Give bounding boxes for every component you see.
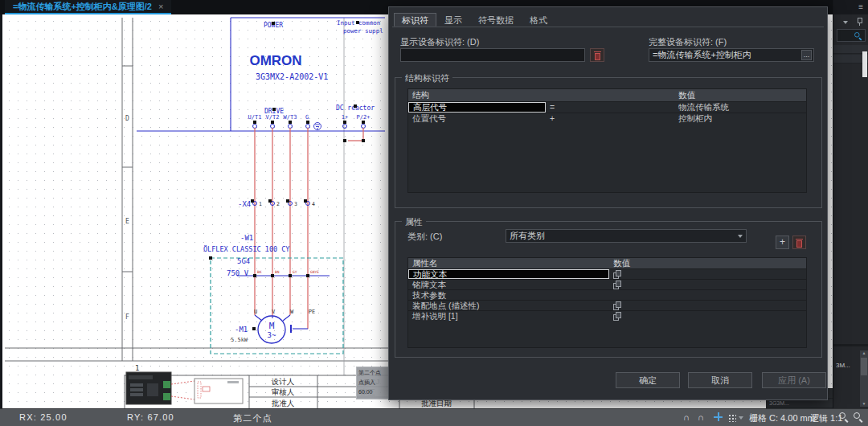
grid-dropdown-icon[interactable] <box>739 416 743 420</box>
zoom-out-icon[interactable] <box>854 412 862 421</box>
panel-list-scrollbar[interactable]: ▲ ▼ <box>860 350 868 407</box>
ground-symbol-icon <box>314 123 321 130</box>
cell-technical-params[interactable]: 技术参数 <box>408 290 609 300</box>
category-dropdown[interactable]: 所有类别 <box>506 229 747 243</box>
scroll-up-icon[interactable]: ▲ <box>860 350 868 356</box>
properties-dialog: 标识符 显示 符号数据 格式 显示设备标识符: (D) 完整设备标识符: (F)… <box>388 6 828 400</box>
panel-collapse-icon[interactable] <box>843 21 848 24</box>
full-dt-input[interactable]: =物流传输系统+控制柜内 ... <box>649 48 814 62</box>
cell-supplementary-field[interactable]: 增补说明 [1] <box>408 311 609 321</box>
cell-location[interactable]: 位置代号 <box>408 113 546 124</box>
snap-icon[interactable]: ∩ <box>683 412 690 422</box>
full-dt-label: 完整设备标识符: (F) <box>649 36 727 48</box>
properties-table-header: 属性名 数值 <box>408 258 806 268</box>
trash-icon <box>594 51 601 59</box>
core-bn: BN <box>275 270 280 274</box>
scrollbar-thumb[interactable] <box>861 358 867 375</box>
apply-button[interactable]: 应用 (A) <box>762 372 826 388</box>
tooltip-line-2: 点插入 <box>358 378 391 387</box>
terminal-1plus-label: 1+ <box>342 114 348 121</box>
ok-button[interactable]: 确定 <box>616 372 680 388</box>
cell-function-text[interactable]: 功能文本 <box>408 269 609 279</box>
structure-table: 结构 数值 高层代号 = 物流传输系统 位置代号 + 控制柜内 <box>407 88 807 193</box>
zone-row-f: F <box>125 313 129 321</box>
titleblock-device-photo <box>126 372 171 404</box>
delete-dt-button[interactable] <box>590 48 604 62</box>
cell-mounting-site[interactable]: 装配地点 (描述性) <box>408 301 609 310</box>
cell-value[interactable] <box>609 269 806 279</box>
col-value: 数值 <box>674 89 806 101</box>
table-row[interactable]: 位置代号 + 控制柜内 <box>408 113 806 124</box>
motor-wire-ends <box>255 315 308 333</box>
structure-identifier-group: 结构标识符 结构 数值 高层代号 = 物流传输系统 位置代号 + 控制柜内 <box>395 77 822 208</box>
tab-separator <box>392 27 824 27</box>
insert-point-marker <box>272 22 275 25</box>
delete-property-button[interactable] <box>792 236 806 249</box>
tab-identifier[interactable]: 标识符 <box>394 13 436 27</box>
cell-nameplate-text[interactable]: 铭牌文本 <box>408 280 609 289</box>
add-property-button[interactable]: + <box>776 236 789 249</box>
cell-value[interactable] <box>609 290 806 300</box>
object-snap-icon[interactable]: ∩ <box>698 412 704 422</box>
insert-point-marker <box>209 256 212 260</box>
tab-close-icon[interactable]: × <box>158 2 163 11</box>
cancel-button[interactable]: 取消 <box>688 372 752 388</box>
panel-divider <box>833 344 868 346</box>
pin-icon[interactable] <box>856 18 862 27</box>
table-row[interactable]: 功能文本 <box>408 268 806 279</box>
grid-toggle-icon[interactable] <box>728 414 736 422</box>
x4-pin-1: 1 <box>259 201 262 207</box>
table-row[interactable]: 技术参数 <box>408 289 806 300</box>
panel-search-input[interactable] <box>837 29 866 42</box>
table-row[interactable]: 高层代号 = 物流传输系统 <box>408 101 806 113</box>
right-dock-panel: ≡ 3M... ▲ ▼ <box>833 0 868 408</box>
tab-format[interactable]: 格式 <box>522 13 555 27</box>
table-row[interactable]: 增补说明 [1] <box>408 310 806 321</box>
col-property-value: 数值 <box>609 258 806 268</box>
crosshair-icon[interactable] <box>714 412 723 421</box>
cell-value[interactable]: 控制柜内 <box>674 113 806 124</box>
status-bar: RX: 25.00 RY: 67.00 第二个点 ∩ ∩ 栅格 C: 4.00 … <box>0 408 868 426</box>
col-separator <box>546 89 674 101</box>
displayed-dt-input[interactable] <box>400 48 585 62</box>
motor-term-pe: PE <box>309 309 315 315</box>
translate-icon[interactable] <box>613 270 621 279</box>
table-row[interactable]: 铭牌文本 <box>408 279 806 289</box>
translate-icon[interactable] <box>613 281 621 289</box>
cell-value[interactable]: 物流传输系统 <box>674 102 806 113</box>
translate-icon[interactable] <box>613 312 621 321</box>
cell-prefix[interactable]: = <box>546 102 674 113</box>
cell-value[interactable] <box>609 280 806 289</box>
motor-phase: 3~ <box>268 331 276 339</box>
zone-col-1: 1 <box>135 364 139 372</box>
panel-menu-icon[interactable]: ≡ <box>858 2 863 12</box>
scroll-down-icon[interactable]: ▼ <box>860 401 868 407</box>
power-supply-label: power suppl <box>343 27 383 35</box>
core-bk: BK <box>257 270 262 274</box>
browse-button[interactable]: ... <box>801 50 812 60</box>
zoom-in-icon[interactable] <box>839 412 848 421</box>
logic-scale-status[interactable]: 逻辑 1:1 <box>810 412 842 424</box>
table-row[interactable]: 装配地点 (描述性) <box>408 300 806 310</box>
motor-term-v: V <box>272 309 276 315</box>
displayed-dt-label: 显示设备标识符: (D) <box>400 36 479 48</box>
tab-schematic-page[interactable]: =物流传输系统+控制柜内&原理图/2 × <box>5 0 171 14</box>
tab-symbol-data[interactable]: 符号数据 <box>470 13 522 27</box>
tab-display[interactable]: 显示 <box>436 13 470 27</box>
insert-point-marker <box>252 327 256 330</box>
panel-scrollbar-thumb[interactable] <box>862 51 867 77</box>
cursor-ry: RY: 67.00 <box>127 412 174 422</box>
translate-icon[interactable] <box>613 301 621 310</box>
grid-size-status[interactable]: 栅格 C: 4.00 mm <box>749 412 815 424</box>
x4-pin-4: 4 <box>312 201 315 207</box>
cell-higher-level[interactable]: 高层代号 <box>408 102 546 113</box>
titleblock-annotation-sketch <box>171 379 243 403</box>
chevron-down-icon <box>738 235 743 238</box>
cell-value[interactable] <box>609 311 806 321</box>
core-gnye: GNYE <box>310 270 319 274</box>
panel-list-item[interactable]: 3M... <box>836 362 858 369</box>
insert-point-marker <box>272 108 276 111</box>
dialog-tab-bar: 标识符 显示 符号数据 格式 <box>394 13 555 27</box>
cell-value[interactable] <box>609 301 806 310</box>
cell-prefix[interactable]: + <box>546 113 674 124</box>
